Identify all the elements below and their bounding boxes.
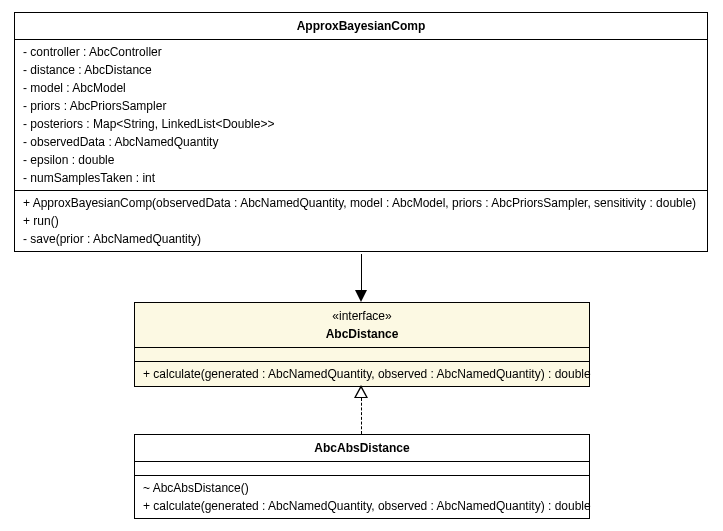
attr-row: - observedData : AbcNamedQuantity xyxy=(23,133,699,151)
class-name: AbcAbsDistance xyxy=(314,441,409,455)
attributes-section xyxy=(135,348,589,362)
class-abc-abs-distance: AbcAbsDistance ~ AbcAbsDistance() + calc… xyxy=(134,434,590,519)
op-row: + calculate(generated : AbcNamedQuantity… xyxy=(143,365,581,383)
class-approx-bayesian-comp: ApproxBayesianComp - controller : AbcCon… xyxy=(14,12,708,252)
stereotype-label: «interface» xyxy=(143,307,581,325)
class-title: ApproxBayesianComp xyxy=(15,13,707,40)
operations-section: ~ AbcAbsDistance() + calculate(generated… xyxy=(135,476,589,518)
operations-section: + ApproxBayesianComp(observedData : AbcN… xyxy=(15,191,707,251)
attr-row: - distance : AbcDistance xyxy=(23,61,699,79)
class-title: AbcAbsDistance xyxy=(135,435,589,462)
op-row: + calculate(generated : AbcNamedQuantity… xyxy=(143,497,581,515)
class-name: ApproxBayesianComp xyxy=(297,19,426,33)
class-name: AbcDistance xyxy=(326,327,399,341)
operations-section: + calculate(generated : AbcNamedQuantity… xyxy=(135,362,589,386)
class-title: «interface» AbcDistance xyxy=(135,303,589,348)
attr-row: - controller : AbcController xyxy=(23,43,699,61)
attr-row: - model : AbcModel xyxy=(23,79,699,97)
attributes-section: - controller : AbcController - distance … xyxy=(15,40,707,191)
attributes-section xyxy=(135,462,589,476)
op-row: ~ AbcAbsDistance() xyxy=(143,479,581,497)
op-row: + ApproxBayesianComp(observedData : AbcN… xyxy=(23,194,699,212)
op-row: - save(prior : AbcNamedQuantity) xyxy=(23,230,699,248)
attr-row: - numSamplesTaken : int xyxy=(23,169,699,187)
interface-abc-distance: «interface» AbcDistance + calculate(gene… xyxy=(134,302,590,387)
attr-row: - posteriors : Map<String, LinkedList<Do… xyxy=(23,115,699,133)
attr-row: - priors : AbcPriorsSampler xyxy=(23,97,699,115)
attr-row: - epsilon : double xyxy=(23,151,699,169)
op-row: + run() xyxy=(23,212,699,230)
